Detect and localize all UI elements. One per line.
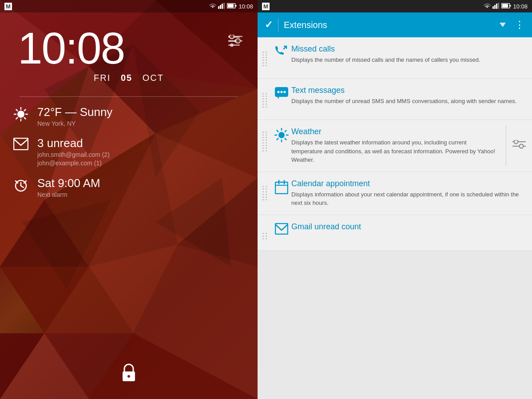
- left-status-right: 10:08: [209, 3, 253, 10]
- calendar-icon: [275, 180, 288, 197]
- gmail-subtitle: john.smith@gmail.com (2) john@example.co…: [37, 151, 110, 168]
- calendar-desc: Displays information about your next cal…: [291, 190, 520, 207]
- weather-widget: 72°F — Sunny New York, NY: [13, 106, 244, 128]
- text-messages-title: Text messages: [291, 86, 520, 95]
- svg-rect-29: [222, 4, 223, 9]
- weather-title: 72°F — Sunny: [37, 106, 112, 119]
- left-time: 10:08: [238, 3, 253, 10]
- divider: [20, 96, 238, 97]
- left-panel: M: [0, 0, 258, 399]
- app-bar-title: Extensions: [284, 20, 494, 30]
- calendar-icon-wrap: [272, 179, 291, 197]
- ext-item-gmail-unread[interactable]: Gmail unread count: [258, 215, 532, 251]
- svg-point-73: [284, 91, 286, 93]
- svg-line-82: [277, 139, 278, 140]
- svg-point-44: [236, 39, 240, 43]
- svg-rect-87: [275, 182, 288, 194]
- svg-rect-64: [496, 4, 497, 9]
- missed-call-icon: [274, 45, 289, 61]
- missed-calls-desc: Displays the number of missed calls and …: [291, 56, 520, 64]
- svg-line-80: [285, 139, 286, 140]
- alarm-subtitle: Next alarm: [37, 191, 100, 200]
- drag-handle-text-messages: [258, 86, 272, 112]
- drag-handle-gmail: [258, 222, 272, 249]
- right-signal-icon: [492, 3, 500, 10]
- missed-calls-content: Missed calls Displays the number of miss…: [291, 44, 525, 64]
- left-status-bar: M: [0, 0, 258, 12]
- svg-rect-32: [228, 4, 234, 8]
- svg-point-84: [514, 140, 518, 144]
- date-day: 05: [121, 73, 132, 83]
- app-bar: ✓ Extensions ⋮: [258, 12, 532, 37]
- clock-time: 10:08: [18, 26, 240, 70]
- ext-item-missed-calls[interactable]: Missed calls Displays the number of miss…: [258, 37, 532, 79]
- weather-separator: [506, 125, 506, 166]
- missed-call-icon-wrap: [272, 44, 291, 61]
- clock-date: FRI 05 OCT: [18, 73, 240, 83]
- weather-ext-content: Weather Displays the latest weather info…: [291, 127, 525, 164]
- right-status-right: 10:08: [484, 3, 528, 10]
- check-button[interactable]: ✓: [265, 19, 273, 31]
- svg-point-71: [278, 91, 280, 93]
- left-status-icons: M: [4, 3, 12, 10]
- gmail-unread-content: Gmail unread count: [291, 222, 525, 233]
- drag-handle-missed-calls: [258, 44, 272, 71]
- svg-rect-67: [502, 4, 508, 8]
- weather-widget-text: 72°F — Sunny New York, NY: [37, 106, 112, 128]
- ext-item-calendar[interactable]: Calendar appointment Displays informatio…: [258, 172, 532, 215]
- svg-line-53: [16, 118, 18, 119]
- sms-icon: [274, 87, 289, 103]
- signal-icon: [218, 3, 225, 10]
- svg-point-72: [281, 91, 283, 93]
- missed-calls-title: Missed calls: [291, 44, 520, 54]
- svg-rect-28: [220, 5, 221, 9]
- date-month: OCT: [143, 73, 164, 83]
- ext-item-weather[interactable]: Weather Displays the latest weather info…: [258, 120, 532, 172]
- svg-rect-63: [494, 5, 496, 9]
- right-battery-icon: [501, 3, 511, 10]
- svg-line-57: [21, 186, 24, 188]
- svg-rect-27: [218, 6, 219, 9]
- svg-rect-68: [510, 5, 511, 7]
- alarm-title: Sat 9:00 AM: [37, 177, 100, 190]
- gmail-unread-icon-wrap: [272, 222, 291, 237]
- battery-icon: [227, 3, 237, 10]
- extensions-list[interactable]: Missed calls Displays the number of miss…: [258, 37, 532, 399]
- svg-point-45: [17, 111, 24, 118]
- gmail-widget: 3 unread john.smith@gmail.com (2) john@e…: [13, 137, 244, 168]
- svg-point-61: [127, 375, 130, 378]
- svg-marker-69: [500, 23, 506, 27]
- adjust-icon[interactable]: [228, 35, 244, 49]
- more-options-button[interactable]: ⋮: [515, 19, 525, 31]
- weather-icon: [13, 107, 29, 125]
- weather-ext-desc: Displays the latest weather information …: [291, 138, 498, 164]
- lock-icon[interactable]: [120, 363, 137, 386]
- alarm-widget-text: Sat 9:00 AM Next alarm: [37, 177, 100, 199]
- right-time: 10:08: [513, 3, 528, 10]
- svg-rect-54: [14, 138, 28, 150]
- alarm-widget: Sat 9:00 AM Next alarm: [13, 177, 244, 199]
- gmail-unread-icon: [275, 223, 288, 237]
- svg-line-52: [24, 110, 26, 111]
- drag-handle-calendar: [258, 179, 272, 206]
- svg-rect-33: [235, 5, 237, 7]
- svg-rect-65: [498, 3, 499, 9]
- weather-adjust-button[interactable]: [512, 140, 526, 152]
- svg-rect-62: [492, 6, 494, 9]
- ext-item-text-messages[interactable]: Text messages Displays the number of unr…: [258, 79, 532, 120]
- svg-rect-30: [223, 3, 225, 9]
- gmail-title: 3 unread: [37, 137, 110, 150]
- widget-list: 72°F — Sunny New York, NY 3 unread john.…: [0, 101, 258, 203]
- gmail-notification-icon: M: [4, 3, 12, 10]
- gmail-icon: [13, 138, 29, 153]
- svg-line-51: [24, 118, 26, 119]
- calendar-title: Calendar appointment: [291, 179, 520, 188]
- calendar-content: Calendar appointment Displays informatio…: [291, 179, 525, 207]
- sms-icon-wrap: [272, 86, 291, 103]
- app-bar-dropdown-arrow: [500, 23, 506, 27]
- svg-line-79: [277, 131, 278, 132]
- right-panel: M: [258, 0, 532, 399]
- date-prefix: FRI: [94, 73, 111, 83]
- svg-rect-91: [275, 223, 288, 234]
- svg-line-50: [16, 110, 18, 111]
